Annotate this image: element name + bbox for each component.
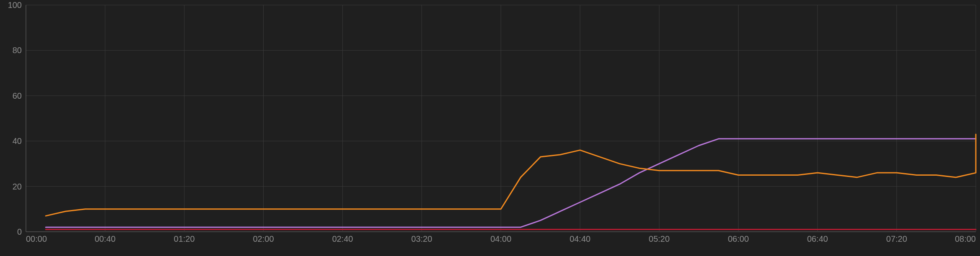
y-tick-label: 100 <box>8 0 22 10</box>
x-tick-label: 02:00 <box>253 234 274 243</box>
y-tick-label: 20 <box>13 182 22 191</box>
x-tick-label: 04:00 <box>490 234 511 243</box>
x-tick-label: 07:20 <box>886 234 907 243</box>
y-tick-label: 80 <box>13 46 22 55</box>
x-tick-label: 05:20 <box>649 234 670 243</box>
x-tick-label: 08:00 <box>955 234 976 243</box>
series-orange <box>46 134 976 216</box>
x-tick-label: 04:40 <box>570 234 590 243</box>
series-purple <box>46 139 976 227</box>
chart-svg: 02040608010000:0000:4001:2002:0002:4003:… <box>0 0 980 256</box>
x-tick-label: 01:20 <box>174 234 195 243</box>
y-tick-label: 40 <box>13 136 22 146</box>
x-tick-label: 00:00 <box>26 234 47 243</box>
y-tick-label: 60 <box>13 91 22 100</box>
line-chart: 02040608010000:0000:4001:2002:0002:4003:… <box>0 0 980 256</box>
y-tick-label: 0 <box>17 227 22 236</box>
x-tick-label: 03:20 <box>411 234 432 243</box>
x-tick-label: 06:40 <box>807 234 828 243</box>
x-tick-label: 02:40 <box>332 234 353 243</box>
x-tick-label: 00:40 <box>95 234 115 243</box>
x-tick-label: 06:00 <box>728 234 749 243</box>
